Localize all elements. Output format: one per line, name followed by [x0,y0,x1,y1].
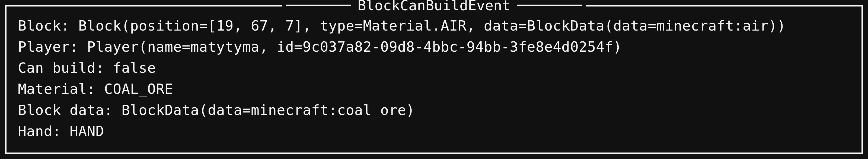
row-label: Block: [18,17,79,34]
row-can-build: Can build: false [18,58,850,77]
row-player: Player: Player(name=matytyma, id=9c037a8… [18,37,850,56]
row-value: Player(name=matytyma, id=9c037a82-09d8-4… [87,39,622,55]
row-hand: Hand: HAND [18,122,850,141]
row-value: COAL_ORE [104,81,173,97]
row-label: Material: [18,81,104,97]
rule-right [517,5,582,6]
terminal-wrap: BlockCanBuildEvent Block: Block(position… [0,0,868,159]
panel-body: Block: Block(position=[19, 67, 7], type=… [18,16,850,141]
event-panel: BlockCanBuildEvent Block: Block(position… [5,5,863,154]
rule-left [286,5,351,6]
panel-title: BlockCanBuildEvent [358,0,510,13]
row-label: Can build: [18,60,113,76]
row-value: BlockData(data=minecraft:coal_ore) [122,102,415,118]
row-label: Block data: [18,102,122,118]
row-value: Block(position=[19, 67, 7], type=Materia… [79,17,786,34]
row-value: false [113,60,156,76]
row-block-data: Block data: BlockData(data=minecraft:coa… [18,101,850,120]
row-material: Material: COAL_ORE [18,79,850,98]
row-label: Player: [18,39,87,55]
panel-title-wrap: BlockCanBuildEvent [282,0,586,13]
row-value: HAND [70,123,104,139]
row-label: Hand: [18,123,70,139]
row-block: Block: Block(position=[19, 67, 7], type=… [18,16,850,35]
